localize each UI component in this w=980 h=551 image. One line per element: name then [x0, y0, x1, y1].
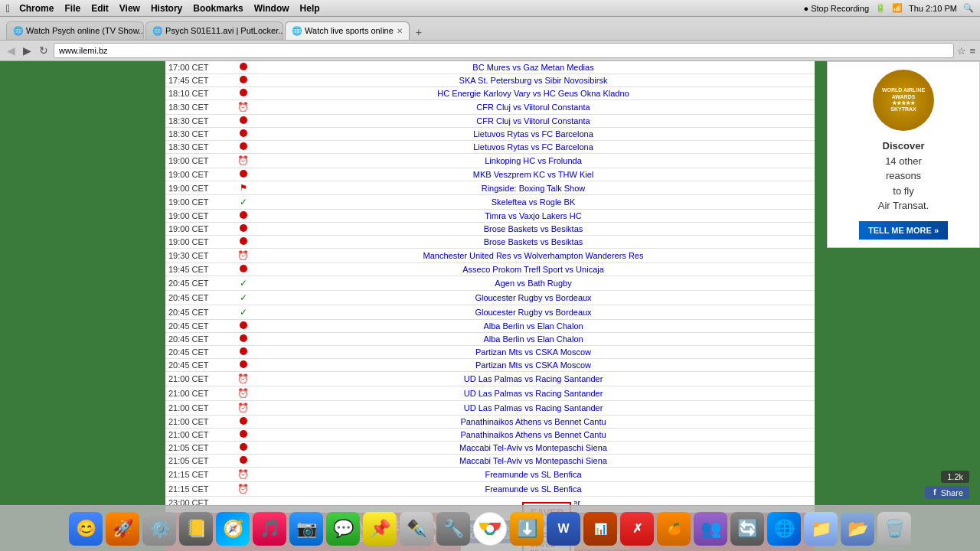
bookmarks-menu[interactable]: Bookmarks: [193, 3, 243, 14]
dock-trash[interactable]: 🗑️: [877, 512, 911, 546]
address-bar[interactable]: www.ilemi.bz: [54, 43, 954, 58]
dock-orange[interactable]: 🍊: [657, 512, 691, 546]
dock-pref2[interactable]: 🔧: [436, 512, 470, 546]
event-name[interactable]: Lietuvos Rytas vs FC Barcelona: [252, 141, 815, 154]
stop-recording[interactable]: ● Stop Recording: [803, 4, 869, 13]
dock-powerpoint[interactable]: 📊: [583, 512, 617, 546]
tab-3-close[interactable]: ✕: [397, 27, 403, 35]
event-name[interactable]: Freamunde vs SL Benfica: [252, 482, 815, 497]
history-menu[interactable]: History: [151, 3, 182, 14]
tab-1[interactable]: 🌐 Watch Psych online (TV Show... ✕: [6, 21, 144, 40]
dock-script[interactable]: ✒️: [400, 512, 433, 546]
dock-word[interactable]: W: [547, 512, 580, 546]
event-name[interactable]: MKB Veszprem KC vs THW Kiel: [252, 168, 815, 181]
event-time: 21:00 CET: [165, 386, 234, 401]
dock-iphoto[interactable]: 📷: [289, 512, 323, 546]
event-name[interactable]: UD Las Palmas vs Racing Santander: [252, 372, 815, 386]
view-menu[interactable]: View: [119, 3, 140, 14]
event-name[interactable]: Partizan Mts vs CSKA Moscow: [252, 346, 815, 359]
tab-2[interactable]: 🌐 Psych S01E11.avi | PutLocker... ✕: [145, 21, 283, 40]
dock-people[interactable]: 👥: [694, 512, 727, 546]
table-row: 19:00 CET ✓ Skeleftea vs Rogle BK: [165, 195, 815, 210]
table-row: 20:45 CET ✓ Gloucester Rugby vs Bordeaux: [165, 291, 815, 305]
share-button[interactable]: f Share: [925, 486, 969, 499]
share-count: 1.2k: [941, 471, 969, 483]
dock-launchpad[interactable]: 🚀: [106, 512, 139, 546]
apple-logo[interactable]: : [6, 2, 10, 15]
event-time: 21:00 CET: [165, 372, 234, 386]
event-name[interactable]: UD Las Palmas vs Racing Santander: [252, 386, 815, 401]
event-name[interactable]: Gloucester Rugby vs Bordeaux: [252, 305, 815, 320]
dock-folder1[interactable]: 📁: [804, 512, 838, 546]
table-row: 21:15 CET ⏰ Freamunde vs SL Benfica: [165, 482, 815, 497]
live-icon: [240, 347, 247, 355]
dock-safari2[interactable]: 🌐: [767, 512, 801, 546]
settings-icon[interactable]: ≡: [969, 45, 975, 57]
edit-menu[interactable]: Edit: [91, 3, 109, 14]
event-name[interactable]: Alba Berlin vs Elan Chalon: [252, 333, 815, 346]
reload-button[interactable]: ↻: [37, 44, 51, 57]
tell-me-more-button[interactable]: TELL ME MORE »: [859, 221, 948, 240]
dock-itunes[interactable]: 🎵: [253, 512, 286, 546]
live-icon: [240, 211, 247, 219]
table-row: 20:45 CET Alba Berlin vs Elan Chalon: [165, 333, 815, 346]
dock-stickies[interactable]: 📌: [363, 512, 397, 546]
event-icon-cell: ✓: [234, 276, 252, 291]
back-button[interactable]: ◀: [5, 44, 18, 57]
event-name[interactable]: Agen vs Bath Rugby: [252, 276, 815, 291]
dock-system-pref[interactable]: ⚙️: [142, 512, 176, 546]
svg-point-2: [486, 525, 494, 533]
event-name[interactable]: HC Energie Karlovy Vary vs HC Geus Okna …: [252, 87, 815, 100]
event-time: 20:45 CET: [165, 333, 234, 346]
event-name[interactable]: CFR Cluj vs Viitorul Constanta: [252, 100, 815, 115]
event-name[interactable]: Freamunde vs SL Benfica: [252, 468, 815, 482]
help-menu[interactable]: Help: [300, 3, 320, 14]
event-name[interactable]: SKA St. Petersburg vs Sibir Novosibirsk: [252, 74, 815, 87]
bookmark-icon[interactable]: ☆: [957, 45, 966, 57]
event-name[interactable]: Maccabi Tel-Aviv vs Montepaschi Siena: [252, 455, 815, 468]
event-name[interactable]: Partizan Mts vs CSKA Moscow: [252, 359, 815, 372]
event-name[interactable]: Asseco Prokom Trefl Sport vs Unicaja: [252, 263, 815, 276]
new-tab-button[interactable]: +: [411, 24, 426, 40]
event-name[interactable]: Manchester United Res vs Wolverhampton W…: [252, 249, 815, 263]
event-time: 20:45 CET: [165, 359, 234, 372]
dock-finder[interactable]: 😊: [69, 512, 103, 546]
event-name[interactable]: Gloucester Rugby vs Bordeaux: [252, 291, 815, 305]
dock-address-book[interactable]: 📒: [179, 512, 213, 546]
event-name[interactable]: Linkoping HC vs Frolunda: [252, 154, 815, 168]
dock-ichat[interactable]: 💬: [326, 512, 360, 546]
dock-xmarks[interactable]: ✗: [620, 512, 654, 546]
forward-button[interactable]: ▶: [21, 44, 34, 57]
dock-folder2[interactable]: 📂: [841, 512, 874, 546]
event-name[interactable]: Alba Berlin vs Elan Chalon: [252, 320, 815, 333]
table-row: 21:05 CET Maccabi Tel-Aviv vs Montepasch…: [165, 455, 815, 468]
dock-migration[interactable]: 🔄: [730, 512, 764, 546]
event-name[interactable]: Panathinaikos Athens vs Bennet Cantu: [252, 416, 815, 429]
event-name[interactable]: BC Mures vs Gaz Metan Medias: [252, 61, 815, 74]
live-icon: [240, 443, 247, 451]
window-menu[interactable]: Window: [254, 3, 289, 14]
tab-3[interactable]: 🌐 Watch live sports online ✕: [285, 21, 410, 40]
event-name[interactable]: UD Las Palmas vs Racing Santander: [252, 401, 815, 416]
dock-torrent[interactable]: ⬇️: [510, 512, 544, 546]
file-menu[interactable]: File: [64, 3, 80, 14]
sports-table-container: 17:00 CET BC Mures vs Gaz Metan Medias 1…: [165, 61, 815, 551]
search-icon[interactable]: 🔍: [963, 3, 974, 13]
event-time: 19:00 CET: [165, 154, 234, 168]
table-row: 20:45 CET ✓ Agen vs Bath Rugby: [165, 276, 815, 291]
event-name[interactable]: Brose Baskets vs Besiktas: [252, 236, 815, 249]
event-time: 18:10 CET: [165, 87, 234, 100]
event-name[interactable]: Maccabi Tel-Aviv vs Montepaschi Siena: [252, 442, 815, 455]
event-name[interactable]: Lietuvos Rytas vs FC Barcelona: [252, 128, 815, 141]
chrome-menu[interactable]: Chrome: [19, 3, 54, 14]
table-row: 17:45 CET SKA St. Petersburg vs Sibir No…: [165, 74, 815, 87]
event-name[interactable]: Skeleftea vs Rogle BK: [252, 195, 815, 210]
dock-chrome[interactable]: [473, 512, 507, 546]
event-name[interactable]: CFR Cluj vs Viitorul Constanta: [252, 115, 815, 128]
event-name[interactable]: Timra vs Vaxjo Lakers HC: [252, 210, 815, 223]
dock-safari[interactable]: 🧭: [216, 512, 250, 546]
event-name[interactable]: Ringside: Boxing Talk Show: [252, 181, 815, 195]
event-name[interactable]: Panathinaikos Athens vs Bennet Cantu: [252, 429, 815, 442]
event-icon-cell: ⏰: [234, 401, 252, 416]
event-name[interactable]: Brose Baskets vs Besiktas: [252, 223, 815, 236]
